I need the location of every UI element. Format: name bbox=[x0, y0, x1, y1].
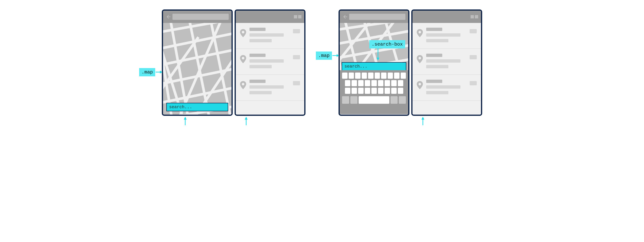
map-pin-icon bbox=[417, 29, 423, 42]
titlebar bbox=[340, 11, 408, 23]
svg-point-7 bbox=[418, 57, 421, 60]
list-item-text bbox=[426, 80, 466, 94]
device-list-pane bbox=[411, 10, 482, 116]
list-item-text bbox=[426, 54, 466, 68]
window-control-icon[interactable] bbox=[470, 15, 474, 18]
list-item[interactable] bbox=[236, 49, 304, 75]
list-item-text bbox=[250, 80, 290, 94]
list-item-text bbox=[250, 28, 290, 42]
annotation-arrow-icon bbox=[332, 54, 340, 57]
back-arrow-icon[interactable] bbox=[342, 14, 347, 19]
map-area[interactable]: search... bbox=[163, 23, 232, 114]
map-pin-icon bbox=[417, 55, 423, 68]
list-item-badge bbox=[293, 81, 300, 85]
device-list-pane bbox=[234, 10, 306, 116]
svg-point-6 bbox=[418, 31, 421, 34]
titlebar bbox=[236, 11, 304, 23]
svg-point-0 bbox=[242, 31, 244, 34]
search-placeholder: search... bbox=[344, 64, 367, 69]
titlebar bbox=[163, 11, 232, 23]
search-box[interactable]: search... bbox=[342, 62, 406, 70]
map-pin-icon bbox=[240, 29, 246, 42]
list-item[interactable] bbox=[412, 75, 481, 101]
search-box[interactable]: search... bbox=[166, 103, 228, 111]
list-item-badge bbox=[293, 29, 300, 33]
window-control-icon[interactable] bbox=[294, 15, 297, 18]
annotation-arrow-icon bbox=[184, 116, 187, 125]
window-control-icon[interactable] bbox=[475, 15, 478, 18]
annotation-search-box: .search-box bbox=[369, 40, 405, 48]
window-controls bbox=[294, 15, 302, 18]
address-bar[interactable] bbox=[172, 14, 229, 20]
list-item-badge bbox=[470, 81, 477, 85]
list-item-text bbox=[426, 28, 466, 42]
window-control-icon[interactable] bbox=[298, 15, 302, 18]
list-item-text bbox=[250, 54, 290, 68]
map-pin-icon bbox=[240, 81, 246, 94]
annotation-arrow-icon bbox=[244, 116, 248, 125]
annotation-map: .map bbox=[139, 68, 155, 76]
wireframe-example-left: search... bbox=[162, 10, 306, 116]
window-controls bbox=[470, 15, 478, 18]
locations-list[interactable] bbox=[236, 23, 304, 114]
locations-list[interactable] bbox=[412, 23, 481, 114]
list-item-badge bbox=[470, 55, 477, 59]
annotation-arrow-icon bbox=[156, 70, 163, 74]
device-map-pane: search... bbox=[162, 10, 233, 116]
address-bar[interactable] bbox=[349, 14, 406, 20]
wireframe-example-right: search... bbox=[338, 10, 482, 116]
search-placeholder: search... bbox=[169, 105, 192, 110]
annotation-arrow-icon bbox=[376, 48, 380, 61]
annotation-arrow-icon bbox=[421, 116, 424, 125]
map-pin-icon bbox=[240, 55, 246, 68]
back-arrow-icon[interactable] bbox=[166, 14, 170, 19]
list-item-badge bbox=[293, 55, 300, 59]
svg-point-1 bbox=[242, 57, 244, 60]
list-item[interactable] bbox=[236, 23, 304, 49]
list-item-badge bbox=[470, 29, 477, 33]
annotation-map: .map bbox=[316, 52, 332, 60]
list-item[interactable] bbox=[412, 49, 481, 75]
titlebar bbox=[412, 11, 481, 23]
svg-point-2 bbox=[242, 83, 244, 86]
list-item[interactable] bbox=[236, 75, 304, 101]
device-map-pane: search... bbox=[338, 10, 410, 116]
list-item[interactable] bbox=[412, 23, 481, 49]
map-pin-icon bbox=[417, 81, 423, 94]
svg-point-8 bbox=[418, 83, 421, 86]
on-screen-keyboard[interactable] bbox=[340, 70, 408, 114]
